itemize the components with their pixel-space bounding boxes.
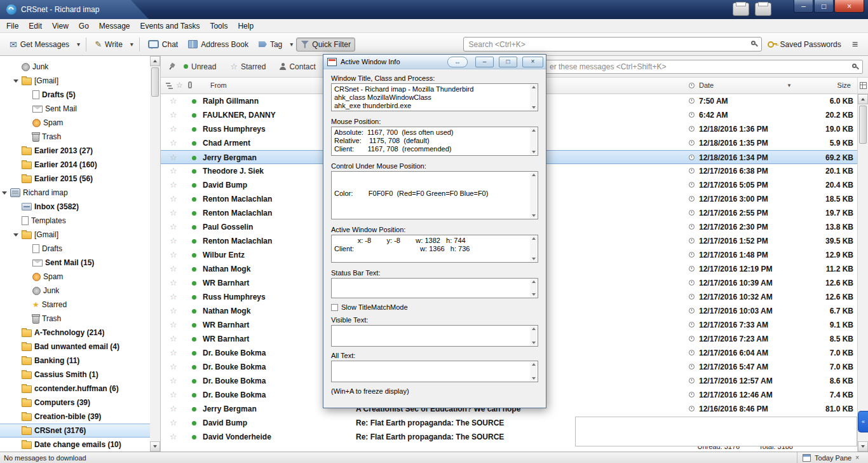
box-scroll-arrows[interactable]	[530, 128, 537, 155]
box-scroll-arrows[interactable]	[530, 279, 537, 297]
star-icon[interactable]: ☆	[170, 418, 177, 427]
star-icon[interactable]: ☆	[170, 376, 177, 385]
folder-item-junk[interactable]: Junk	[0, 284, 150, 298]
star-icon[interactable]: ☆	[170, 278, 177, 287]
visible-text-box[interactable]	[331, 325, 538, 347]
folder-item-creation-bible-39-[interactable]: Creation-bible (39)	[0, 410, 150, 424]
star-icon[interactable]: ☆	[170, 110, 177, 120]
folder-item--gmail-[interactable]: [Gmail]	[0, 228, 150, 242]
scroll-up-button[interactable]	[858, 94, 868, 104]
folder-item-trash[interactable]: Trash	[0, 312, 150, 326]
folder-item-drafts-5-[interactable]: Drafts (5)	[0, 88, 150, 102]
star-icon[interactable]: ☆	[170, 334, 177, 343]
saved-passwords-button[interactable]: Saved Passwords	[763, 38, 846, 52]
dialog-titlebar[interactable]: Active Window Info ⇔ – □ ×	[323, 55, 546, 69]
box-scroll-arrows[interactable]	[530, 326, 537, 345]
folder-item-spam[interactable]: Spam	[0, 270, 150, 284]
write-dropdown[interactable]: ▾	[128, 38, 135, 50]
twisty-icon[interactable]	[13, 79, 19, 83]
star-icon[interactable]: ☆	[170, 180, 177, 190]
folder-item-ccontender-huffman-6-[interactable]: ccontender.huffman (6)	[0, 382, 150, 396]
star-icon[interactable]: ☆	[170, 432, 177, 441]
box-scroll-arrows[interactable]	[530, 172, 537, 218]
star-icon[interactable]: ☆	[170, 208, 177, 218]
folder-item-a-technology-214-[interactable]: A-Technology (214)	[0, 326, 150, 340]
printer-icon[interactable]	[733, 3, 749, 16]
filter-starred-button[interactable]: ☆ Starred	[225, 60, 271, 73]
folder-item-richard-imap[interactable]: Richard imap	[0, 186, 150, 200]
search-icon[interactable]	[750, 40, 759, 48]
tag-dropdown[interactable]: ▾	[288, 38, 295, 50]
folder-item-banking-11-[interactable]: Banking (11)	[0, 354, 150, 368]
star-icon[interactable]: ☆	[170, 166, 177, 176]
dialog-minimize-button[interactable]: –	[475, 57, 494, 67]
date-column-header[interactable]: Date	[699, 81, 714, 89]
today-pane-toggle[interactable]: Today Pane ×	[797, 452, 864, 463]
folder-item-trash[interactable]: Trash	[0, 130, 150, 144]
menu-help[interactable]: Help	[233, 19, 259, 33]
tag-button[interactable]: Tag	[254, 38, 287, 52]
star-icon[interactable]: ☆	[170, 153, 177, 162]
menu-edit[interactable]: Edit	[24, 19, 47, 33]
scroll-up-button[interactable]	[150, 56, 160, 66]
folder-item-junk[interactable]: Junk	[0, 60, 150, 74]
folder-item-crsnet-3176-[interactable]: CRSnet (3176)	[0, 424, 150, 438]
all-text-box[interactable]	[331, 361, 538, 382]
swap-button[interactable]: ⇔	[447, 57, 468, 67]
star-icon[interactable]: ☆	[170, 194, 177, 204]
box-scroll-arrows[interactable]	[530, 362, 537, 381]
star-icon[interactable]: ☆	[170, 264, 177, 273]
star-icon[interactable]: ☆	[170, 222, 177, 232]
menu-message[interactable]: Message	[94, 19, 135, 33]
folder-item-inbox-3582-[interactable]: Inbox (3582)	[0, 200, 150, 214]
folder-item-sent-mail-15-[interactable]: Sent Mail (15)	[0, 256, 150, 270]
folder-item-starred[interactable]: Starred	[0, 298, 150, 312]
box-scroll-arrows[interactable]	[530, 85, 537, 110]
control-under-mouse-box[interactable]: Color: F0F0F0 (Red=F0 Green=F0 Blue=F0)	[331, 171, 538, 219]
star-icon[interactable]: ☆	[170, 250, 177, 259]
dialog-close-button[interactable]: ×	[522, 57, 543, 67]
message-list-scrollbar[interactable]	[857, 94, 868, 452]
folder-item-earlier-2015-56-[interactable]: Earlier 2015 (56)	[0, 172, 150, 186]
scroll-down-button[interactable]	[150, 441, 160, 452]
star-icon[interactable]: ☆	[170, 236, 177, 245]
star-icon[interactable]: ☆	[170, 320, 177, 329]
minimize-button[interactable]: –	[794, 0, 813, 13]
menu-go[interactable]: Go	[74, 19, 94, 33]
maximize-button[interactable]: □	[814, 0, 834, 13]
teamviewer-tab[interactable]: «	[858, 411, 868, 432]
from-column-header[interactable]: From	[210, 81, 227, 89]
menu-events-and-tasks[interactable]: Events and Tasks	[135, 19, 205, 33]
filter-messages-input[interactable]	[548, 62, 851, 72]
checkbox-icon[interactable]	[331, 304, 338, 311]
close-today-pane-icon[interactable]: ×	[855, 454, 859, 461]
get-messages-button[interactable]: ✉ Get Messages	[5, 38, 74, 52]
app-menu-button[interactable]: ≡	[847, 38, 863, 52]
chat-button[interactable]: Chat	[144, 38, 182, 52]
menu-tools[interactable]: Tools	[205, 19, 233, 33]
slow-titlematch-checkbox[interactable]: Slow TitleMatchMode	[331, 303, 538, 311]
scanner-icon[interactable]	[755, 3, 771, 16]
scroll-down-button[interactable]	[858, 441, 868, 452]
folder-item-templates[interactable]: Templates	[0, 214, 150, 228]
star-icon[interactable]: ☆	[170, 306, 177, 315]
folder-pane-scrollbar[interactable]	[150, 56, 161, 452]
twisty-icon[interactable]	[1, 191, 8, 195]
size-column-header[interactable]: Size	[837, 81, 851, 89]
star-icon[interactable]: ☆	[170, 404, 177, 413]
dialog-maximize-button[interactable]: □	[499, 57, 517, 67]
get-messages-dropdown[interactable]: ▾	[75, 38, 82, 50]
star-icon[interactable]: ☆	[170, 138, 177, 148]
mouse-position-box[interactable]: Absolute: 1167, 700 (less often used) Re…	[331, 127, 538, 156]
folder-item-computers-39-[interactable]: Computers (39)	[0, 396, 150, 410]
star-icon[interactable]: ☆	[170, 292, 177, 301]
box-scroll-arrows[interactable]	[530, 236, 537, 261]
filter-contact-button[interactable]: Contact	[275, 60, 320, 73]
search-input[interactable]	[468, 39, 750, 50]
pin-icon[interactable]	[166, 62, 176, 72]
star-icon[interactable]: ☆	[170, 348, 177, 357]
folder-item-date-change-emails-10-[interactable]: Date change emails (10)	[0, 438, 150, 452]
folder-item-earlier-2014-160-[interactable]: Earlier 2014 (160)	[0, 158, 150, 172]
write-button[interactable]: ✎ Write	[90, 38, 127, 52]
filter-unread-button[interactable]: Unread	[179, 60, 221, 73]
